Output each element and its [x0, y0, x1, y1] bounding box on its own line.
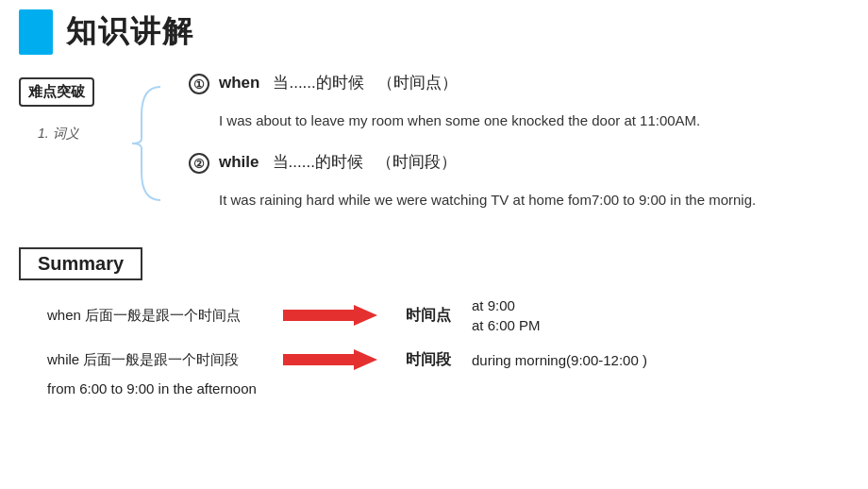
item-text-while: while 当......的时候 （时间段）	[219, 151, 457, 173]
keyword-when: when	[219, 74, 259, 93]
summary-section: Summary when 后面一般是跟一个时间点 时间点 at 9:00 at …	[0, 238, 868, 406]
bracket-area	[123, 77, 179, 230]
nandian-badge: 难点突破	[19, 77, 94, 107]
time-label-when: 时间点	[406, 306, 453, 326]
arrow-area-while	[274, 346, 387, 373]
arrow-svg-while	[283, 346, 377, 373]
right-content: ① when 当......的时候 （时间点） I was about to l…	[179, 68, 849, 230]
item-row-while: ② while 当......的时候 （时间段）	[189, 151, 849, 174]
time-example-when-2: at 6:00 PM	[472, 317, 541, 333]
summary-row-when: when 后面一般是跟一个时间点 时间点 at 9:00 at 6:00 PM	[47, 297, 849, 333]
summary-right-when: 时间点 at 9:00 at 6:00 PM	[387, 297, 541, 333]
summary-row-while: while 后面一般是跟一个时间段 时间段 during morning(9:0…	[47, 346, 849, 373]
example-while: It was raining hard while we were watchi…	[219, 189, 849, 211]
sidebar-sub: 1. 词义	[19, 126, 123, 143]
header-bar	[19, 9, 53, 55]
summary-label-while: while 后面一般是跟一个时间段	[47, 351, 274, 369]
extra-text: from 6:00 to 9:00 in the afternoon	[47, 380, 257, 396]
bracket-svg	[123, 77, 170, 210]
time-label-while: 时间段	[406, 350, 453, 370]
time-example-when-1: at 9:00	[472, 297, 541, 313]
svg-marker-1	[283, 349, 377, 370]
summary-right-while: 时间段 during morning(9:00-12:00 )	[387, 350, 647, 370]
keyword-while: while	[219, 153, 259, 172]
example-when: I was about to leave my room when some o…	[219, 110, 849, 132]
time-type-when: （时间点）	[377, 72, 458, 93]
bottom-extra: from 6:00 to 9:00 in the afternoon	[19, 380, 849, 396]
meaning-while: 当......的时候	[273, 151, 363, 173]
item-row-when: ① when 当......的时候 （时间点）	[189, 72, 849, 94]
summary-label-when: when 后面一般是跟一个时间点	[47, 307, 274, 325]
meaning-when: 当......的时候	[273, 72, 363, 93]
summary-right-row-while: 时间段 during morning(9:00-12:00 )	[406, 350, 647, 370]
arrow-area-when	[274, 302, 387, 329]
summary-box: Summary	[19, 247, 142, 280]
circle-num-1: ①	[189, 74, 209, 94]
header: 知识讲解	[0, 0, 868, 64]
summary-right-row-when: 时间点 at 9:00 at 6:00 PM	[406, 297, 541, 333]
time-examples-when: at 9:00 at 6:00 PM	[472, 297, 541, 333]
time-examples-while: during morning(9:00-12:00 )	[472, 352, 647, 368]
time-example-while-1: during morning(9:00-12:00 )	[472, 352, 647, 368]
item-text-when: when 当......的时候 （时间点）	[219, 72, 458, 93]
summary-rows: when 后面一般是跟一个时间点 时间点 at 9:00 at 6:00 PM …	[19, 297, 849, 373]
time-type-while: （时间段）	[376, 151, 457, 173]
arrow-svg-when	[283, 302, 377, 329]
circle-num-2: ②	[189, 153, 209, 174]
page-title: 知识讲解	[66, 11, 194, 53]
svg-marker-0	[283, 305, 377, 326]
left-sidebar: 难点突破 1. 词义	[19, 68, 123, 230]
main-content: 难点突破 1. 词义 ① when 当......的时候 （时间点） I was…	[0, 68, 868, 230]
